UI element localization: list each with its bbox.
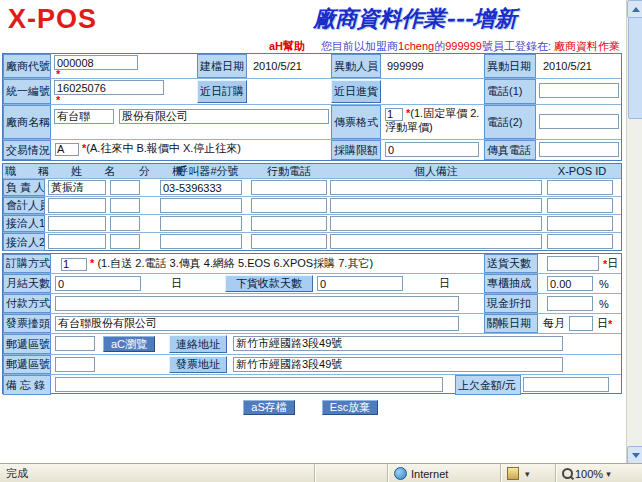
- row-contact-address: 郵遞區號 aC瀏覽 連絡地址: [3, 334, 621, 355]
- contact-note-input[interactable]: [330, 180, 542, 195]
- contact-role-label: 接洽人1: [3, 215, 45, 232]
- memo-label: 備 忘 錄: [3, 375, 51, 395]
- globe-icon: [394, 467, 407, 480]
- order-method-zone: * (1.自送 2.電話 3.傳真 4.網絡 5.EOS 6.XPOS採購 7.…: [61, 257, 481, 271]
- contact-pager-input[interactable]: [160, 198, 242, 213]
- phone1-input[interactable]: [539, 83, 619, 98]
- recent-receiving-button[interactable]: 近日進貨: [331, 80, 381, 103]
- vendor-name-input[interactable]: [54, 109, 114, 124]
- contact-mobile-input[interactable]: [251, 234, 327, 249]
- contact-ext-input[interactable]: [110, 216, 140, 231]
- collect-days-input[interactable]: [317, 276, 403, 291]
- contact-note-input[interactable]: [330, 234, 542, 249]
- contact-pager-input[interactable]: [160, 234, 242, 249]
- cash-discount-input[interactable]: [547, 296, 593, 311]
- vendor-name-suffix-input[interactable]: [119, 109, 329, 124]
- zip1-label: 郵遞區號: [3, 334, 51, 354]
- modifier-label: 異動人員: [331, 54, 381, 78]
- trade-status-input[interactable]: [55, 143, 79, 156]
- help-merchant-id: 1cheng: [398, 40, 434, 52]
- contact-xpos-id-input[interactable]: [547, 180, 613, 195]
- fax-label: 傳真電話: [484, 140, 536, 160]
- last-amount-input[interactable]: [523, 377, 609, 392]
- closing-date-unit: 日*: [597, 314, 612, 333]
- order-method-input[interactable]: [61, 258, 87, 271]
- contact-role-label: 接洽人2: [3, 233, 45, 251]
- contact-name-input[interactable]: [48, 198, 106, 213]
- contact-name-input[interactable]: [48, 180, 106, 195]
- trade-options: (A.往來中 B.報價中 X.停止往來): [86, 142, 241, 154]
- up-arrow-icon: [632, 7, 640, 12]
- down-arrow-icon: [632, 453, 640, 458]
- voucher-format-input[interactable]: [385, 108, 403, 121]
- contact-address-input[interactable]: [233, 336, 563, 351]
- statusbar-zone-panel: Internet: [387, 464, 500, 482]
- contact-ext-input[interactable]: [110, 198, 140, 213]
- cancel-button[interactable]: Esc放棄: [322, 400, 378, 415]
- voucher-format-label: 傳票格式: [331, 105, 381, 139]
- phone2-input[interactable]: [539, 114, 619, 129]
- cash-discount-label: 現金折扣: [484, 294, 538, 313]
- purchase-limit-input[interactable]: [385, 142, 479, 157]
- collect-days-button[interactable]: 下貨收款天數: [225, 275, 313, 292]
- delivery-days-input[interactable]: [547, 256, 599, 271]
- invoice-address-input[interactable]: [233, 357, 563, 372]
- help-line: aH幫助 您目前以加盟商1cheng的999999號員工登錄在: 廠商資料作業: [269, 39, 620, 54]
- scrollbar-thumb[interactable]: [628, 17, 642, 119]
- commission-unit: %: [599, 274, 609, 293]
- vendor-code-input[interactable]: [54, 55, 138, 70]
- contact-note-input[interactable]: [330, 216, 542, 231]
- contacts-header-xpos-id: X-POS ID: [547, 164, 617, 178]
- contact-ext-input[interactable]: [110, 234, 140, 249]
- contact-name-input[interactable]: [48, 216, 106, 231]
- contact-mobile-input[interactable]: [251, 216, 327, 231]
- vertical-scrollbar[interactable]: [626, 0, 642, 463]
- row-invoice-title: 發票擡頭 關帳日期 每月 日*: [3, 314, 621, 334]
- contact-pager-input[interactable]: [160, 216, 242, 231]
- status-bar: 完成 Internet ▾ 100% ▾: [0, 463, 642, 482]
- caret-down-icon: ▾: [606, 469, 611, 479]
- contacts-header-mobile: 行動電話: [251, 164, 327, 178]
- contact-xpos-id-input[interactable]: [547, 234, 613, 249]
- contact-mobile-input[interactable]: [251, 198, 327, 213]
- memo-input[interactable]: [55, 377, 443, 392]
- xpos-logo: X-POS: [8, 4, 97, 35]
- contact-note-input[interactable]: [330, 198, 542, 213]
- closing-date-input[interactable]: [569, 316, 593, 331]
- statusbar-protected-mode-panel[interactable]: ▾: [500, 464, 555, 482]
- scroll-up-button[interactable]: [627, 0, 642, 18]
- vendor-code-label: 廠商代號: [3, 54, 51, 78]
- save-button[interactable]: aS存檔: [243, 400, 295, 415]
- payment-method-input[interactable]: [55, 296, 459, 311]
- contact-name-input[interactable]: [48, 234, 106, 249]
- contacts-header-pager: 呼叫器#分號: [158, 164, 258, 178]
- protected-mode-icon: [507, 467, 519, 480]
- contact-xpos-id-input[interactable]: [547, 198, 613, 213]
- help-link[interactable]: aH幫助: [269, 40, 305, 52]
- monthly-days-input[interactable]: [55, 276, 141, 291]
- commission-input[interactable]: [547, 276, 593, 291]
- contact-mobile-input[interactable]: [251, 180, 327, 195]
- row-memo: 備 忘 錄 上欠金額/元: [3, 375, 621, 395]
- contact-xpos-id-input[interactable]: [547, 216, 613, 231]
- zip2-input[interactable]: [55, 357, 95, 372]
- zip1-input[interactable]: [55, 336, 95, 351]
- monthly-days-unit: 日: [171, 274, 182, 293]
- recent-orders-button[interactable]: 近日訂購: [197, 80, 247, 103]
- row-tax-id: 統一編號 * 近日訂購 近日進貨 電話(1): [3, 79, 621, 105]
- invoice-address-button[interactable]: 發票地址: [169, 356, 227, 373]
- fax-input[interactable]: [539, 142, 619, 157]
- contacts-table: 職 稱 姓 名 分 機 呼叫器#分號 行動電話 個人備注 X-POS ID 負 …: [2, 163, 622, 251]
- zone-text: Internet: [411, 468, 448, 480]
- statusbar-zoom-panel[interactable]: 100% ▾: [555, 464, 642, 482]
- tax-id-input[interactable]: [54, 80, 164, 95]
- contact-address-button[interactable]: 連絡地址: [169, 335, 227, 353]
- contact-ext-input[interactable]: [110, 180, 140, 195]
- contact-role-label: 會計人員: [3, 197, 45, 214]
- help-current-page: 廠商資料作業: [554, 40, 620, 52]
- contact-pager-input[interactable]: [160, 180, 242, 195]
- scroll-down-button[interactable]: [627, 446, 642, 464]
- invoice-title-input[interactable]: [55, 316, 459, 331]
- zip-browse-button[interactable]: aC瀏覽: [103, 336, 155, 352]
- vendor-basic-info-table: 廠商代號 * 建檔日期 2010/5/21 異動人員 999999 異動日期 2…: [2, 53, 622, 161]
